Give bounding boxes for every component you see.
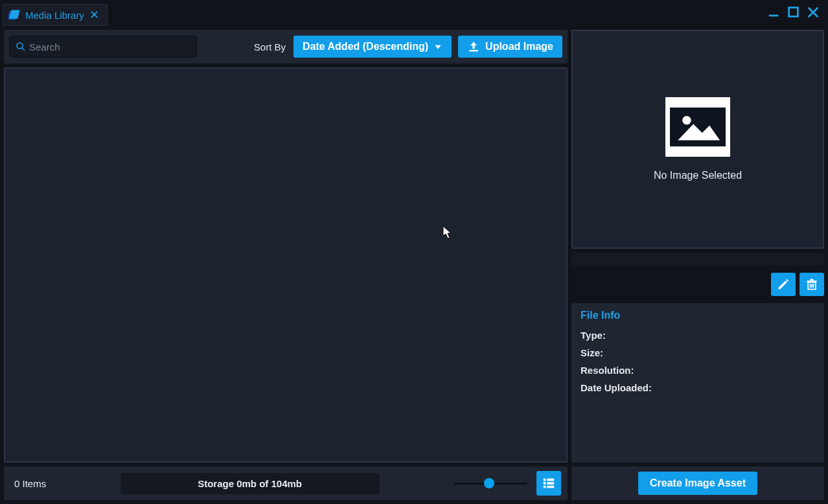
svg-rect-20 bbox=[811, 279, 814, 281]
svg-rect-9 bbox=[469, 50, 477, 52]
search-icon bbox=[15, 41, 27, 52]
maximize-button[interactable] bbox=[787, 5, 801, 19]
svg-rect-11 bbox=[547, 479, 554, 481]
titlebar: Media Library ✕ bbox=[0, 0, 828, 30]
file-info-panel: File Info Type: Size: Resolution: Date U… bbox=[571, 303, 824, 463]
svg-rect-14 bbox=[544, 486, 546, 488]
upload-icon bbox=[467, 40, 480, 53]
edit-button[interactable] bbox=[771, 273, 796, 296]
file-info-heading: File Info bbox=[581, 310, 815, 321]
svg-point-6 bbox=[17, 43, 23, 49]
file-info-date: Date Uploaded: bbox=[581, 379, 815, 396]
preview-panel: No Image Selected bbox=[571, 30, 824, 249]
thumbnail-size-slider[interactable] bbox=[454, 477, 527, 490]
mountain-photo-icon bbox=[675, 111, 720, 143]
media-library-window: Media Library ✕ bbox=[0, 0, 828, 504]
create-row: Create Image Asset bbox=[571, 466, 824, 500]
window-controls bbox=[767, 4, 825, 19]
svg-rect-12 bbox=[544, 482, 546, 485]
preview-actions bbox=[571, 269, 824, 299]
svg-rect-19 bbox=[807, 281, 817, 282]
svg-rect-15 bbox=[547, 486, 554, 488]
create-image-asset-button[interactable]: Create Image Asset bbox=[638, 472, 757, 495]
toolbar: Sort By Date Added (Descending) Upload I… bbox=[4, 30, 568, 63]
details-column: No Image Selected bbox=[571, 30, 824, 500]
pencil-icon bbox=[777, 278, 790, 291]
file-info-resolution: Resolution: bbox=[581, 361, 815, 379]
main-column: Sort By Date Added (Descending) Upload I… bbox=[4, 30, 568, 500]
slider-thumb[interactable] bbox=[484, 478, 494, 488]
close-window-button[interactable] bbox=[806, 5, 820, 19]
svg-point-16 bbox=[682, 116, 691, 125]
image-placeholder-icon bbox=[665, 97, 730, 157]
search-input[interactable] bbox=[29, 41, 191, 52]
library-grid[interactable] bbox=[4, 67, 568, 463]
minimize-button[interactable] bbox=[767, 5, 781, 19]
svg-line-7 bbox=[22, 48, 25, 51]
svg-rect-13 bbox=[547, 482, 554, 485]
close-icon[interactable]: ✕ bbox=[88, 9, 100, 21]
svg-rect-3 bbox=[789, 8, 798, 17]
delete-button[interactable] bbox=[799, 273, 824, 296]
file-info-type: Type: bbox=[581, 326, 815, 344]
list-view-icon bbox=[542, 476, 556, 490]
svg-rect-10 bbox=[544, 479, 546, 481]
search-field[interactable] bbox=[9, 36, 197, 58]
create-button-label: Create Image Asset bbox=[650, 477, 746, 488]
upload-image-button[interactable]: Upload Image bbox=[458, 36, 562, 58]
svg-rect-2 bbox=[769, 15, 779, 17]
selected-name-bar bbox=[571, 253, 824, 266]
svg-marker-8 bbox=[435, 45, 441, 49]
chevron-down-icon bbox=[433, 42, 443, 51]
upload-button-label: Upload Image bbox=[485, 41, 553, 52]
trash-icon bbox=[805, 278, 818, 291]
status-bar: 0 Items Storage 0mb of 104mb bbox=[4, 466, 568, 500]
sort-dropdown-value: Date Added (Descending) bbox=[303, 41, 428, 52]
sort-by-label: Sort By bbox=[254, 41, 286, 52]
view-mode-toggle[interactable] bbox=[536, 471, 561, 496]
preview-empty-label: No Image Selected bbox=[654, 170, 742, 181]
storage-usage: Storage 0mb of 104mb bbox=[121, 473, 380, 494]
tab-title: Media Library bbox=[25, 10, 84, 21]
tab-media-library[interactable]: Media Library ✕ bbox=[3, 4, 108, 26]
sort-dropdown[interactable]: Date Added (Descending) bbox=[293, 36, 452, 58]
svg-marker-17 bbox=[678, 124, 720, 140]
file-info-size: Size: bbox=[581, 344, 815, 361]
items-count: 0 Items bbox=[10, 478, 46, 489]
library-icon bbox=[8, 8, 21, 21]
